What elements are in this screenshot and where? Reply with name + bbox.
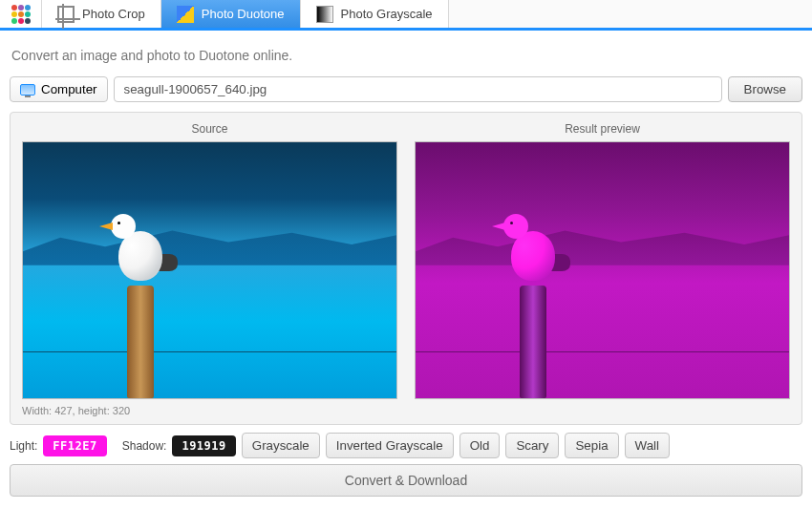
source-button-label: Computer bbox=[41, 82, 97, 96]
crop-icon bbox=[57, 6, 75, 23]
duotone-controls: Light: FF12E7 Shadow: 191919 Grayscale I… bbox=[10, 433, 802, 458]
result-image bbox=[415, 141, 790, 399]
tab-bar: Photo Crop Photo Duotone Photo Grayscale bbox=[0, 0, 812, 31]
filename-input[interactable] bbox=[114, 76, 722, 102]
result-heading: Result preview bbox=[415, 122, 790, 136]
shadow-color-chip[interactable]: 191919 bbox=[172, 435, 235, 456]
tab-photo-duotone[interactable]: Photo Duotone bbox=[161, 0, 301, 28]
preset-scary[interactable]: Scary bbox=[505, 433, 559, 458]
app-logo[interactable] bbox=[0, 0, 42, 28]
page-subtitle: Convert an image and photo to Duotone on… bbox=[11, 48, 802, 63]
color-grid-icon bbox=[11, 5, 31, 24]
tab-label: Photo Crop bbox=[82, 7, 145, 21]
tab-photo-crop[interactable]: Photo Crop bbox=[42, 0, 161, 28]
result-column: Result preview bbox=[415, 122, 790, 416]
light-color-chip[interactable]: FF12E7 bbox=[43, 435, 106, 456]
image-dimensions: Width: 427, height: 320 bbox=[22, 405, 397, 416]
preset-sepia[interactable]: Sepia bbox=[565, 433, 618, 458]
preset-wall[interactable]: Wall bbox=[625, 433, 670, 458]
source-image bbox=[22, 141, 397, 399]
source-heading: Source bbox=[22, 122, 397, 136]
source-column: Source Width: 427, height: 320 bbox=[22, 122, 397, 416]
preset-inverted-grayscale[interactable]: Inverted Grayscale bbox=[326, 433, 454, 458]
tab-label: Photo Grayscale bbox=[341, 7, 433, 21]
grayscale-icon bbox=[316, 6, 333, 23]
source-computer-button[interactable]: Computer bbox=[10, 76, 108, 102]
preset-old[interactable]: Old bbox=[459, 433, 501, 458]
light-label: Light: bbox=[10, 439, 37, 453]
duotone-icon bbox=[177, 6, 194, 23]
monitor-icon bbox=[20, 84, 35, 95]
shadow-label: Shadow: bbox=[122, 439, 167, 453]
browse-button[interactable]: Browse bbox=[728, 76, 802, 102]
main-content: Convert an image and photo to Duotone on… bbox=[0, 31, 812, 504]
preset-grayscale[interactable]: Grayscale bbox=[242, 433, 320, 458]
preview-panel: Source Width: 427, height: 320 Result pr… bbox=[10, 112, 802, 425]
tab-photo-grayscale[interactable]: Photo Grayscale bbox=[301, 0, 449, 28]
tab-label: Photo Duotone bbox=[202, 7, 285, 21]
convert-download-button[interactable]: Convert & Download bbox=[10, 464, 802, 497]
file-row: Computer Browse bbox=[10, 76, 802, 102]
